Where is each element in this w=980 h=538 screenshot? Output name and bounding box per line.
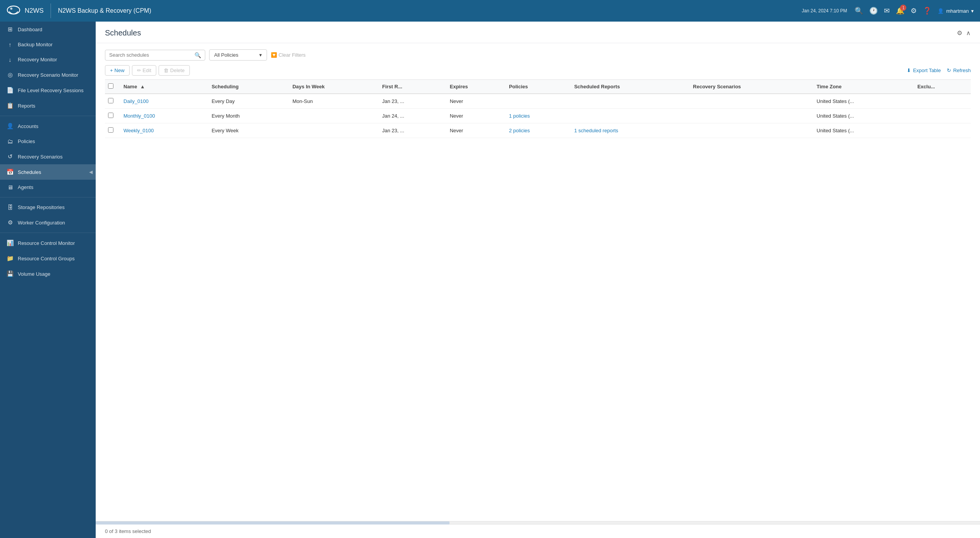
sidebar-item-agents[interactable]: 🖥Agents: [0, 180, 96, 195]
row-scheduling: Every Day: [207, 94, 288, 109]
row-checkbox-1[interactable]: [108, 113, 113, 118]
collapse-icon[interactable]: ∧: [966, 29, 971, 37]
header-icons: ⚙ ∧: [957, 29, 971, 37]
col-exclude[interactable]: Exclu...: [913, 80, 971, 94]
row-timezone: United States (...: [812, 94, 913, 109]
plus-icon: +: [110, 67, 113, 73]
worker-configuration-icon: ⚙: [6, 219, 14, 226]
sidebar-item-backup-monitor[interactable]: ↑Backup Monitor: [0, 37, 96, 52]
help-icon[interactable]: ❓: [923, 7, 931, 15]
clock-icon[interactable]: 🕐: [869, 7, 878, 15]
username: mhartman: [946, 8, 969, 14]
sidebar-item-dashboard[interactable]: ⊞Dashboard: [0, 22, 96, 37]
table-row: Weekly_0100Every WeekJan 23, ...Never2 p…: [105, 123, 971, 138]
svg-point-0: [7, 6, 20, 14]
row-scheduling: Every Week: [207, 123, 288, 138]
col-expires[interactable]: Expires: [445, 80, 504, 94]
layout: ⊞Dashboard↑Backup Monitor↓Recovery Monit…: [0, 22, 980, 538]
sidebar-label-reports: Reports: [18, 103, 35, 109]
sidebar-item-resource-control-monitor[interactable]: 📊Resource Control Monitor: [0, 235, 96, 251]
policy-filter-label: All Policies: [214, 52, 238, 58]
sidebar-item-schedules[interactable]: 📅Schedules◀: [0, 164, 96, 180]
logo-text: N2WS: [25, 7, 44, 15]
sidebar-item-recovery-scenario-monitor[interactable]: ◎Recovery Scenario Monitor: [0, 67, 96, 83]
sidebar-label-file-level-recovery-sessions: File Level Recovery Sessions: [18, 88, 84, 93]
active-chevron-icon: ◀: [89, 169, 93, 175]
col-scheduling[interactable]: Scheduling: [207, 80, 288, 94]
row-days: [288, 123, 378, 138]
row-policies[interactable]: 1 policies: [504, 109, 569, 123]
recovery-scenarios-icon: ↺: [6, 153, 14, 160]
row-scheduling: Every Month: [207, 109, 288, 123]
row-name[interactable]: Monthly_0100: [119, 109, 207, 123]
clear-filters-button[interactable]: 🔽 Clear Filters: [271, 52, 306, 58]
content-body: 🔍 All Policies ▾ 🔽 Clear Filters + New: [96, 43, 980, 521]
row-checkbox-0[interactable]: [108, 98, 113, 103]
row-recovery-scenarios: [688, 123, 812, 138]
sidebar-item-policies[interactable]: 🗂Policies: [0, 134, 96, 149]
row-checkbox-cell[interactable]: [105, 123, 119, 138]
col-timezone[interactable]: Time Zone: [812, 80, 913, 94]
row-name[interactable]: Daily_0100: [119, 94, 207, 109]
export-table-button[interactable]: ⬇ Export Table: [907, 67, 941, 73]
row-exclude: [913, 94, 971, 109]
sidebar-label-storage-repositories: Storage Repositories: [18, 204, 64, 210]
sidebar-item-accounts[interactable]: 👤Accounts: [0, 118, 96, 134]
user-chevron-icon: ▾: [971, 8, 974, 14]
resource-control-groups-icon: 📁: [6, 255, 14, 262]
sidebar-item-storage-repositories[interactable]: 🗄Storage Repositories: [0, 200, 96, 215]
sidebar-item-worker-configuration[interactable]: ⚙Worker Configuration: [0, 215, 96, 230]
col-first-run[interactable]: First R...: [377, 80, 445, 94]
app-title: N2WS Backup & Recovery (CPM): [58, 7, 802, 14]
sidebar-item-recovery-monitor[interactable]: ↓Recovery Monitor: [0, 52, 96, 67]
search-submit-icon[interactable]: 🔍: [194, 52, 201, 58]
edit-button[interactable]: ✏ Edit: [132, 65, 156, 76]
row-scheduled-reports: [569, 109, 688, 123]
logo[interactable]: N2WS: [6, 3, 51, 18]
row-name[interactable]: Weekly_0100: [119, 123, 207, 138]
row-checkbox-2[interactable]: [108, 127, 113, 133]
row-expires: Never: [445, 123, 504, 138]
row-policies[interactable]: 2 policies: [504, 123, 569, 138]
delete-button[interactable]: 🗑 Delete: [159, 65, 190, 76]
new-button[interactable]: + New: [105, 65, 130, 76]
select-all-checkbox[interactable]: [108, 83, 113, 89]
scrollbar-thumb[interactable]: [96, 521, 449, 525]
col-policies[interactable]: Policies: [504, 80, 569, 94]
user-menu[interactable]: 👤 mhartman ▾: [938, 8, 974, 14]
table-header: Name ▲ Scheduling Days In Week First R..…: [105, 80, 971, 94]
col-name[interactable]: Name ▲: [119, 80, 207, 94]
search-box[interactable]: 🔍: [105, 50, 205, 61]
row-first-run: Jan 24, ...: [377, 109, 445, 123]
sidebar-item-recovery-scenarios[interactable]: ↺Recovery Scenarios: [0, 149, 96, 164]
policies-icon: 🗂: [6, 138, 14, 145]
sidebar-label-volume-usage: Volume Usage: [18, 271, 51, 277]
row-expires: Never: [445, 109, 504, 123]
search-icon[interactable]: 🔍: [855, 7, 863, 15]
row-checkbox-cell[interactable]: [105, 109, 119, 123]
notification-icon[interactable]: 🔔 1: [896, 7, 904, 15]
sidebar-item-reports[interactable]: 📋Reports: [0, 98, 96, 113]
refresh-button[interactable]: ↻ Refresh: [947, 67, 971, 73]
column-settings-icon[interactable]: ⚙: [957, 29, 962, 37]
select-all-header[interactable]: [105, 80, 119, 94]
sidebar-label-recovery-scenario-monitor: Recovery Scenario Monitor: [18, 72, 78, 78]
mail-icon[interactable]: ✉: [884, 7, 890, 15]
delete-icon: 🗑: [164, 67, 169, 73]
policy-filter-dropdown[interactable]: All Policies ▾: [209, 49, 267, 61]
settings-icon[interactable]: ⚙: [911, 7, 917, 15]
row-checkbox-cell[interactable]: [105, 94, 119, 109]
sidebar-label-resource-control-groups: Resource Control Groups: [18, 256, 74, 261]
sidebar-label-policies: Policies: [18, 138, 35, 144]
sidebar-item-volume-usage[interactable]: 💾Volume Usage: [0, 266, 96, 282]
sidebar-item-resource-control-groups[interactable]: 📁Resource Control Groups: [0, 251, 96, 266]
search-input[interactable]: [109, 52, 193, 58]
scrollbar-track[interactable]: [96, 521, 980, 524]
accounts-icon: 👤: [6, 123, 14, 130]
col-days-in-week[interactable]: Days In Week: [288, 80, 378, 94]
sidebar-item-file-level-recovery-sessions[interactable]: 📄File Level Recovery Sessions: [0, 83, 96, 98]
col-recovery-scenarios[interactable]: Recovery Scenarios: [688, 80, 812, 94]
sidebar-label-worker-configuration: Worker Configuration: [18, 220, 65, 226]
col-scheduled-reports[interactable]: Scheduled Reports: [569, 80, 688, 94]
row-scheduled-reports[interactable]: 1 scheduled reports: [569, 123, 688, 138]
